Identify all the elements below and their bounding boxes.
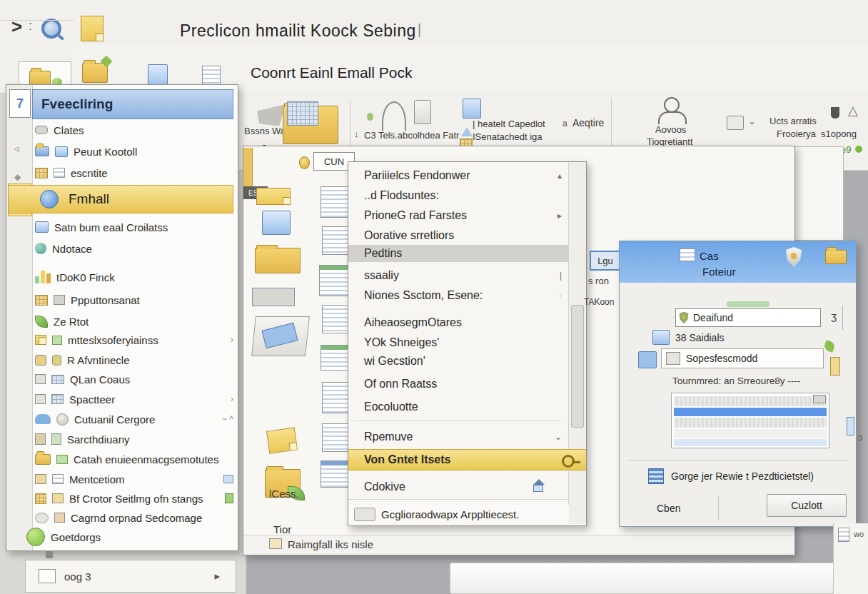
sidebar-item-sarcth[interactable]: Sarcthdiuany xyxy=(35,430,233,448)
fragment-lgu[interactable]: Lgu xyxy=(590,251,621,271)
list-corner-icon xyxy=(813,395,826,403)
document-thumb[interactable] xyxy=(321,186,349,218)
menu-item-12[interactable]: Rpemuve ⌄ xyxy=(348,428,569,446)
options-button[interactable] xyxy=(727,116,744,130)
sidebar-item-pputton[interactable]: Ppputtonsanat xyxy=(35,291,233,309)
menu-item-label: Oorative srretliors xyxy=(364,229,454,242)
sidebar-item-goetdorgs[interactable]: Goetdorgs xyxy=(26,528,233,546)
list-row[interactable] xyxy=(674,439,827,446)
dialog-footer-label[interactable]: Cben xyxy=(657,503,680,514)
sidebar-item-label: Cagrnd orpnad Sedcomage xyxy=(71,512,202,524)
sidebar-item-finck[interactable]: tDoK0 Finck xyxy=(35,268,233,286)
sidebar-item-catah[interactable]: Catah enuieenmacgsemotutes xyxy=(35,450,233,468)
sidebar-item-fmhall-selected[interactable]: Fmhall xyxy=(8,185,233,213)
dialog-listbox[interactable] xyxy=(671,393,829,448)
folder-icon[interactable] xyxy=(255,248,301,273)
menu-item-15[interactable]: Gcglioraodwapx Arppltiecest. xyxy=(348,505,569,523)
document-thumb-blue[interactable] xyxy=(321,460,349,488)
menu-item-9[interactable]: wi Gecstion' xyxy=(348,352,569,371)
resize-handle[interactable] xyxy=(46,551,53,558)
ribbon-group4-label[interactable]: Aeqtire xyxy=(572,117,604,129)
gold-tab-strip[interactable] xyxy=(243,148,253,186)
grid-icon xyxy=(35,168,48,178)
document-thumb-green[interactable] xyxy=(319,265,349,296)
menu-item-10[interactable]: Of onn Raatss xyxy=(348,375,569,393)
jug-icon[interactable] xyxy=(414,100,431,124)
monitor-icon[interactable] xyxy=(262,211,291,235)
sidebar-item-escntite[interactable]: escntite xyxy=(35,163,233,182)
sidebar-item-cagrnd[interactable]: Cagrnd orpnad Sedcomage xyxy=(35,508,233,527)
menu-item-label: AiheaosegmOtares xyxy=(364,316,462,329)
satellite-icon[interactable] xyxy=(257,104,286,127)
row-chevron-icon[interactable]: › xyxy=(231,394,233,404)
install-icon xyxy=(638,351,657,368)
menu-scroll-thumb[interactable] xyxy=(571,305,584,428)
hook-icon[interactable]: ʒ xyxy=(831,310,837,322)
menu-item-13-highlight[interactable]: Von Gntet Itsets xyxy=(348,449,586,470)
rail-doc-icon[interactable]: 7 xyxy=(9,89,31,118)
sidebar-item-zertot[interactable]: Ze Rtot xyxy=(35,312,233,331)
reply-arrow-icon[interactable]: ◃ xyxy=(14,142,19,155)
sidebar-item-afvn[interactable]: R Afvntinecle xyxy=(35,351,233,369)
document-thumb-green[interactable] xyxy=(321,345,349,371)
sidebar-item-mttes[interactable]: mtteslxsoferyiainss › xyxy=(35,331,233,349)
list-row[interactable] xyxy=(674,418,827,428)
sidebar-item-mentcetiom[interactable]: Mentcetiom xyxy=(35,470,233,488)
menu-item-5[interactable]: ssaaliy | xyxy=(348,266,569,285)
menu-item-14[interactable]: Cdokive xyxy=(348,478,569,496)
list-row[interactable] xyxy=(674,429,827,438)
sidebar-item-clates[interactable]: Clates xyxy=(35,121,233,139)
document-thumb[interactable] xyxy=(322,423,349,452)
sidebar-item-spact[interactable]: Spactteer › xyxy=(35,390,233,408)
grid-roll-icon[interactable] xyxy=(252,288,295,306)
menu-item-7[interactable]: AiheaosegmOtares xyxy=(348,313,569,332)
sidebar-item-ndotace[interactable]: Ndotace xyxy=(35,239,233,258)
search-icon[interactable] xyxy=(41,19,61,39)
document-thumb[interactable] xyxy=(322,305,349,333)
selected-item-field[interactable]: Sopesfescmodd xyxy=(661,348,824,368)
mail-small-icon xyxy=(269,538,282,549)
bell-icon[interactable] xyxy=(382,101,406,131)
warning-triangle-icon xyxy=(461,127,473,136)
menu-item-3[interactable]: Oorative srretliors xyxy=(348,226,569,245)
menu-item-0[interactable]: Pariiielcs Fendonwer ▴ xyxy=(348,166,569,185)
sidebar-header[interactable]: Fveecliring xyxy=(32,89,233,119)
document-thumb[interactable] xyxy=(322,382,349,413)
table-icon xyxy=(51,375,64,384)
sidebar-item-cutuanil[interactable]: Cutuanil Cergore ~ ^ xyxy=(35,410,233,428)
options-chevron-icon[interactable]: ⌄ xyxy=(748,116,756,126)
footer-play-icon[interactable]: ▸ xyxy=(214,570,220,583)
menu-item-1[interactable]: ..d Flodsuntes: xyxy=(348,186,569,205)
sticky-icon[interactable] xyxy=(266,427,298,453)
list-row-selected[interactable] xyxy=(674,408,827,416)
name-input[interactable]: Deaifund xyxy=(675,308,821,327)
menu-item-label: ..d Flodsuntes: xyxy=(364,189,439,202)
ok-button[interactable]: Cuzlott xyxy=(767,494,847,517)
note-icon[interactable] xyxy=(256,188,291,205)
row-chevron-icon[interactable]: › xyxy=(231,335,233,345)
sidebar-item-qlan[interactable]: QLan Coaus xyxy=(35,370,233,388)
menu-item-8[interactable]: YOk Shneiges' xyxy=(348,333,569,352)
dialog-check-label[interactable]: Gorge jer Rewie t Pezdticietstel) xyxy=(671,470,814,482)
document-thumb[interactable] xyxy=(322,226,349,255)
mini-doc-icon xyxy=(838,528,849,542)
menu-item-2[interactable]: PrioneG rad Farstes ▸ xyxy=(348,206,569,225)
sidebar-item-satn[interactable]: Satn bum eaal Croilatss xyxy=(35,218,233,236)
sidebar-item-bfcrotor[interactable]: Bf Crotor Seitlmg ofn stangs xyxy=(35,489,233,508)
chevron-icon[interactable]: > xyxy=(11,16,22,38)
copy-folders-icon[interactable] xyxy=(82,63,108,83)
mail-note-icon[interactable] xyxy=(81,16,104,41)
dialog-header[interactable]: Cas Foteiur xyxy=(620,241,856,283)
taskbar[interactable] xyxy=(450,563,864,594)
list-row[interactable] xyxy=(674,396,827,406)
stack-icon[interactable] xyxy=(463,99,481,119)
monitor-icon xyxy=(35,221,49,233)
menu-item-6[interactable]: Niones Ssctom, Esene: · xyxy=(348,286,569,305)
menu-item-11[interactable]: Eocoluotte xyxy=(348,398,569,416)
dialog-row1-label[interactable]: 38 Saidials xyxy=(675,332,725,343)
globe-icon xyxy=(56,413,69,426)
menu-item-4-hover[interactable]: Pedtins xyxy=(348,245,569,262)
sidebar-item-peuut[interactable]: Peuut Kootoll xyxy=(35,142,233,161)
blue-list-icon[interactable] xyxy=(648,468,664,484)
sprout-icon xyxy=(823,340,836,353)
